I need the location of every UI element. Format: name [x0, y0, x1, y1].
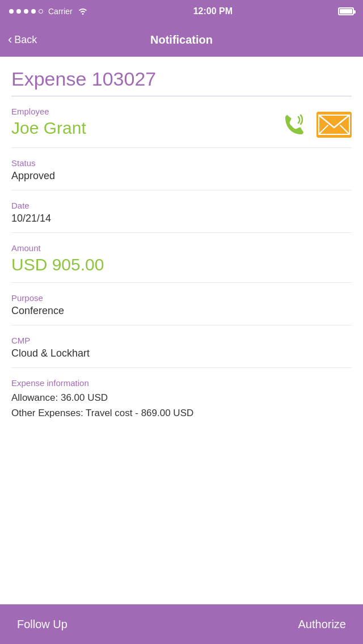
status-time: 12:00 PM	[193, 6, 233, 16]
expense-info-label: Expense information	[11, 378, 352, 388]
divider-2	[11, 190, 352, 190]
purpose-value: Conference	[11, 305, 352, 317]
purpose-label: Purpose	[11, 293, 352, 303]
cmp-value: Cloud & Lockhart	[11, 348, 352, 359]
status-section: Status Approved	[11, 158, 352, 182]
divider-5	[11, 325, 352, 325]
amount-section: Amount USD 905.00	[11, 243, 352, 274]
phone-button[interactable]	[279, 110, 309, 139]
divider-6	[11, 367, 352, 368]
bottom-bar: Follow Up Authorize	[0, 604, 363, 644]
expense-info-section: Expense information Allowance: 36.00 USD…	[11, 378, 352, 432]
employee-name: Joe Grant	[11, 118, 86, 138]
status-bar-right	[338, 7, 354, 15]
employee-section: Employee Joe Grant	[11, 107, 352, 139]
signal-dot-2	[16, 9, 21, 14]
date-section: Date 10/21/14	[11, 201, 352, 224]
status-bar: Carrier 12:00 PM	[0, 0, 363, 23]
back-label: Back	[14, 34, 37, 46]
expense-title: Expense 103027	[11, 68, 352, 96]
follow-up-button[interactable]: Follow Up	[17, 618, 67, 631]
signal-dot-5	[39, 9, 43, 14]
battery-icon	[338, 7, 354, 15]
divider-4	[11, 282, 352, 283]
cmp-section: CMP Cloud & Lockhart	[11, 336, 352, 359]
signal-dot-1	[9, 9, 14, 14]
amount-label: Amount	[11, 243, 352, 253]
employee-field: Employee Joe Grant	[11, 107, 86, 138]
carrier-label: Carrier	[48, 7, 73, 16]
authorize-button[interactable]: Authorize	[298, 618, 347, 631]
expense-info-line1: Allowance: 36.00 USD	[11, 390, 352, 405]
battery-fill	[340, 9, 352, 14]
status-label: Status	[11, 158, 352, 168]
signal-dot-3	[24, 9, 28, 14]
divider-1	[11, 147, 352, 148]
date-label: Date	[11, 201, 352, 210]
employee-row: Employee Joe Grant	[11, 107, 352, 139]
nav-bar: ‹ Back Notification	[0, 23, 363, 57]
main-content: Expense 103027 Employee Joe Grant	[0, 57, 363, 604]
signal-dot-4	[31, 9, 36, 14]
back-arrow-icon: ‹	[8, 33, 12, 46]
divider-3	[11, 232, 352, 233]
status-value: Approved	[11, 170, 352, 182]
back-button[interactable]: ‹ Back	[8, 33, 37, 46]
nav-title: Notification	[150, 33, 213, 46]
purpose-section: Purpose Conference	[11, 293, 352, 317]
date-value: 10/21/14	[11, 213, 352, 224]
employee-label: Employee	[11, 107, 86, 116]
status-bar-left: Carrier	[9, 7, 88, 16]
amount-value: USD 905.00	[11, 255, 352, 274]
contact-icons	[279, 110, 352, 139]
expense-info-line2: Other Expenses: Travel cost - 869.00 USD	[11, 405, 352, 421]
wifi-icon	[78, 7, 88, 16]
cmp-label: CMP	[11, 336, 352, 345]
mail-button[interactable]	[316, 112, 352, 138]
